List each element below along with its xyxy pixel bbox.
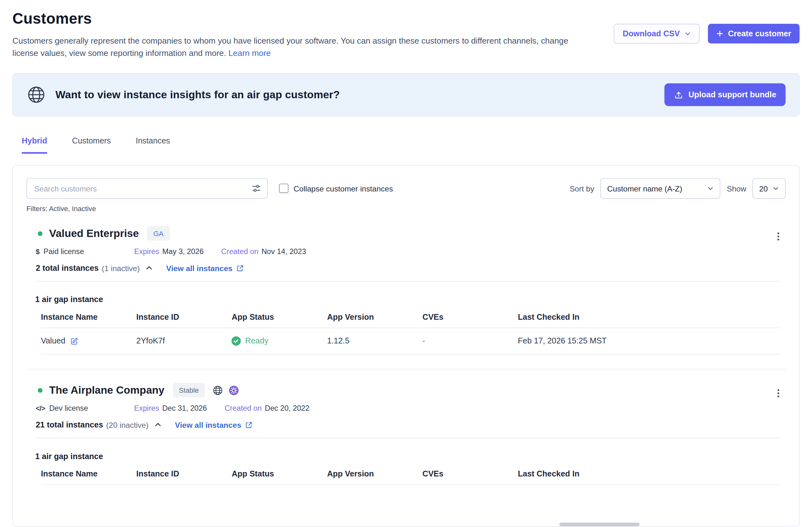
page-description-text: Customers generally represent the compan… — [12, 36, 568, 58]
tab-instances[interactable]: Instances — [136, 136, 170, 154]
edit-icon[interactable] — [70, 336, 79, 345]
tab-customers[interactable]: Customers — [72, 136, 111, 154]
col-app-version: App Version — [327, 306, 422, 328]
divider — [35, 281, 780, 282]
col-cves: CVEs — [422, 463, 518, 485]
external-link-icon — [245, 421, 253, 429]
customer-name: The Airplane Company — [49, 384, 164, 396]
list-controls: Sort by Customer name (A-Z) Show 20 — [569, 178, 785, 199]
view-tabs: Hybrid Customers Instances — [12, 136, 799, 154]
chevron-down-icon — [773, 185, 779, 192]
instances-summary: 2 total instances (1 inactive) View all … — [35, 264, 780, 273]
expires-label: Expires — [134, 247, 159, 256]
learn-more-link[interactable]: Learn more — [228, 49, 271, 58]
upload-support-bundle-button[interactable]: Upload support bundle — [665, 84, 786, 106]
header-actions: Download CSV Create customer — [614, 24, 799, 43]
col-app-status: App Status — [232, 463, 327, 485]
customers-card: Collapse customer instances Sort by Cust… — [12, 165, 799, 527]
view-all-instances-link[interactable]: View all instances — [166, 264, 244, 272]
created-info: Created on Nov 14, 2023 — [221, 247, 306, 256]
col-instance-name: Instance Name — [41, 463, 136, 485]
col-app-version: App Version — [327, 463, 422, 485]
tab-instances-label: Instances — [136, 136, 170, 145]
download-csv-button[interactable]: Download CSV — [614, 24, 699, 43]
airgap-instances-heading: 1 air gap instance — [35, 295, 780, 304]
created-label: Created on — [221, 247, 259, 256]
license-type: $ Paid license — [36, 247, 134, 256]
chevron-down-icon — [708, 185, 714, 192]
created-label: Created on — [224, 404, 262, 412]
customers-toolbar: Collapse customer instances Sort by Cust… — [27, 178, 786, 199]
inactive-instances: (1 inactive) — [102, 264, 140, 272]
col-instance-name: Instance Name — [41, 306, 136, 328]
col-cves: CVEs — [422, 306, 518, 328]
active-status-dot — [38, 388, 43, 393]
instance-name: Valued — [41, 336, 65, 346]
col-instance-id: Instance ID — [136, 306, 232, 328]
create-customer-button[interactable]: Create customer — [708, 24, 799, 43]
app-version: 1.12.5 — [327, 336, 349, 345]
helm-icon — [228, 385, 239, 395]
page-title: Customers — [12, 11, 569, 28]
table-header-row: Instance Name Instance ID App Status App… — [41, 306, 780, 328]
instance-id: 2YfoK7f — [136, 336, 165, 345]
customer-meta: </> Dev license Expires Dec 31, 2026 Cre… — [35, 404, 780, 412]
customer-header: The Airplane Company Stable — [35, 383, 780, 397]
horizontal-scrollbar-thumb[interactable] — [559, 523, 640, 526]
collapse-chevron-up-icon[interactable] — [154, 421, 162, 428]
divider — [35, 438, 780, 438]
customer-header: Valued Enterprise GA — [35, 226, 780, 241]
search-wrapper — [27, 178, 268, 199]
tab-customers-label: Customers — [72, 136, 111, 145]
instance-name-cell: Valued — [41, 336, 136, 346]
channel-badge: GA — [147, 226, 170, 241]
search-input[interactable] — [27, 178, 268, 199]
col-instance-id: Instance ID — [136, 463, 232, 485]
sort-select[interactable]: Customer name (A-Z) — [600, 178, 721, 199]
cves-value: - — [422, 336, 425, 345]
created-info: Created on Dec 20, 2022 — [224, 404, 309, 412]
col-last-checked-in: Last Checked In — [518, 306, 780, 328]
active-status-dot — [38, 231, 43, 236]
airgap-banner: Want to view instance insights for an ai… — [12, 73, 799, 117]
tab-hybrid[interactable]: Hybrid — [22, 136, 47, 154]
filter-sliders-icon[interactable] — [251, 183, 261, 194]
col-app-status: App Status — [232, 306, 327, 328]
table-row: Valued 2YfoK7f — [41, 328, 780, 355]
customer-row-valued-enterprise: Valued Enterprise GA $ Paid license Expi… — [27, 213, 786, 355]
customer-row-airplane-company: The Airplane Company Stable — [27, 369, 786, 485]
create-customer-label: Create customer — [728, 29, 791, 38]
app-status-cell: Ready — [232, 336, 327, 346]
plus-icon — [716, 30, 723, 37]
upload-support-bundle-label: Upload support bundle — [688, 90, 776, 99]
expires-info: Expires Dec 31, 2026 — [134, 404, 207, 412]
install-type-icons — [212, 385, 239, 395]
license-type-label: Paid license — [44, 247, 84, 256]
table-header-row: Instance Name Instance ID App Status App… — [41, 463, 780, 485]
last-checked-in: Feb 17, 2026 15:25 MST — [518, 336, 607, 345]
inactive-instances: (20 inactive) — [106, 421, 149, 430]
show-select-value: 20 — [759, 184, 768, 193]
customer-meta: $ Paid license Expires May 3, 2026 Creat… — [35, 247, 780, 256]
show-select[interactable]: 20 — [753, 178, 786, 199]
collapse-instances-checkbox[interactable] — [279, 184, 288, 193]
chevron-down-icon — [685, 31, 691, 37]
banner-heading: Want to view instance insights for an ai… — [55, 89, 340, 101]
airgap-instances-heading: 1 air gap instance — [35, 452, 780, 461]
globe-icon — [27, 85, 46, 105]
col-last-checked-in: Last Checked In — [518, 463, 780, 485]
kebab-menu-icon[interactable] — [773, 231, 784, 242]
license-type-label: Dev license — [49, 404, 88, 412]
view-all-instances-link[interactable]: View all instances — [175, 421, 253, 430]
sort-select-value: Customer name (A-Z) — [607, 184, 682, 193]
globe-icon — [212, 385, 223, 395]
expires-value: Dec 31, 2026 — [162, 404, 207, 412]
kebab-menu-icon[interactable] — [773, 388, 784, 398]
check-circle-icon — [232, 336, 241, 346]
collapse-chevron-up-icon[interactable] — [145, 265, 153, 272]
collapse-instances-label: Collapse customer instances — [294, 184, 393, 193]
view-all-instances-label: View all instances — [175, 421, 241, 430]
expires-value: May 3, 2026 — [162, 247, 204, 256]
active-filters-note: Filters: Active, Inactive — [27, 205, 786, 213]
customer-name: Valued Enterprise — [49, 227, 139, 240]
